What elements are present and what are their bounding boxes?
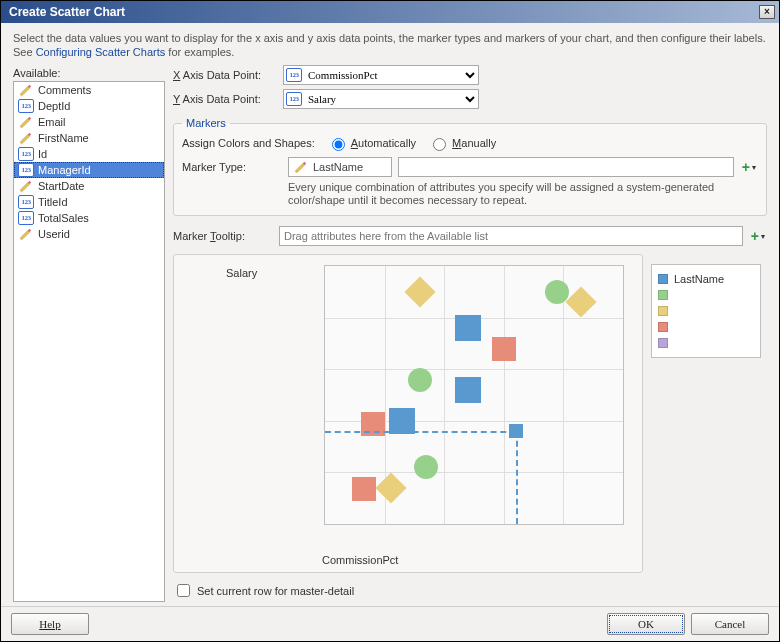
marker-tooltip-add-button[interactable]: + ▾ bbox=[749, 226, 767, 246]
assign-row: Assign Colors and Shapes: Automatically … bbox=[182, 135, 758, 151]
intro-text: Select the data values you want to displ… bbox=[13, 31, 767, 59]
chart-preview: Salary CommissionPct bbox=[173, 254, 643, 573]
legend-swatch bbox=[658, 322, 668, 332]
legend-panel: LastName bbox=[651, 264, 761, 358]
available-item[interactable]: Userid bbox=[14, 226, 164, 242]
marker-type-add-button[interactable]: + ▾ bbox=[740, 157, 758, 177]
available-item[interactable]: Email bbox=[14, 114, 164, 130]
numeric-icon: 123 bbox=[18, 147, 34, 161]
legend-swatch bbox=[658, 306, 668, 316]
numeric-icon: 123 bbox=[286, 92, 302, 106]
text-attribute-icon bbox=[18, 179, 34, 193]
assign-manual-radio[interactable] bbox=[433, 138, 446, 151]
marker-tooltip-row: Marker Tooltip: Drag attributes here fro… bbox=[173, 226, 767, 246]
y-axis-label: Y Axis Data Point: bbox=[173, 93, 277, 105]
available-item-label: Comments bbox=[38, 84, 91, 96]
text-attribute-icon bbox=[18, 131, 34, 145]
crosshair-h bbox=[325, 431, 516, 433]
chart-marker[interactable] bbox=[405, 276, 436, 307]
available-item[interactable]: StartDate bbox=[14, 178, 164, 194]
available-item-label: DeptId bbox=[38, 100, 70, 112]
assign-label: Assign Colors and Shapes: bbox=[182, 137, 315, 149]
available-item[interactable]: FirstName bbox=[14, 130, 164, 146]
marker-type-label: Marker Type: bbox=[182, 161, 282, 173]
y-axis-title: Salary bbox=[226, 267, 257, 279]
available-item-label: TitleId bbox=[38, 196, 68, 208]
x-axis-title: CommissionPct bbox=[322, 554, 398, 566]
numeric-icon: 123 bbox=[286, 68, 302, 82]
available-label: Available: bbox=[13, 67, 165, 79]
x-axis-row: X Axis Data Point: 123 CommissionPct bbox=[173, 65, 767, 85]
dialog-title: Create Scatter Chart bbox=[9, 5, 125, 19]
dialog-body: Select the data values you want to displ… bbox=[1, 23, 779, 606]
assign-auto-radio[interactable] bbox=[332, 138, 345, 151]
available-item-label: TotalSales bbox=[38, 212, 89, 224]
text-attribute-icon bbox=[18, 115, 34, 129]
numeric-icon: 123 bbox=[18, 163, 34, 177]
y-axis-select[interactable]: Salary bbox=[283, 89, 479, 109]
crosshair-v bbox=[516, 431, 518, 524]
plot-area bbox=[324, 265, 624, 525]
marker-type-field[interactable]: LastName bbox=[288, 157, 392, 177]
master-detail-checkbox[interactable] bbox=[177, 584, 190, 597]
available-item[interactable]: 123DeptId bbox=[14, 98, 164, 114]
x-axis-select-wrap: 123 CommissionPct bbox=[283, 65, 479, 85]
legend-title: LastName bbox=[674, 273, 724, 285]
ok-button[interactable]: OK bbox=[607, 613, 685, 635]
chart-marker[interactable] bbox=[492, 337, 516, 361]
available-item[interactable]: Comments bbox=[14, 82, 164, 98]
y-axis-row: Y Axis Data Point: 123 Salary bbox=[173, 89, 767, 109]
marker-tooltip-field[interactable]: Drag attributes here from the Available … bbox=[279, 226, 743, 246]
numeric-icon: 123 bbox=[18, 211, 34, 225]
assign-auto[interactable]: Automatically bbox=[327, 135, 416, 151]
text-attribute-icon bbox=[18, 83, 34, 97]
chevron-down-icon: ▾ bbox=[761, 232, 765, 241]
chart-marker[interactable] bbox=[389, 408, 415, 434]
available-item-label: ManagerId bbox=[38, 164, 91, 176]
available-item[interactable]: 123Id bbox=[14, 146, 164, 162]
markers-legend: Markers bbox=[182, 117, 230, 129]
available-item-label: Id bbox=[38, 148, 47, 160]
main-row: Available: Comments123DeptIdEmailFirstNa… bbox=[13, 65, 767, 602]
dialog-footer: Help OK Cancel bbox=[1, 606, 779, 641]
numeric-icon: 123 bbox=[18, 195, 34, 209]
marker-tooltip-label: Marker Tooltip: bbox=[173, 230, 273, 242]
chart-marker[interactable] bbox=[566, 287, 597, 318]
plus-icon: + bbox=[751, 228, 759, 244]
text-attribute-icon bbox=[293, 160, 309, 174]
assign-manual[interactable]: Manually bbox=[428, 135, 496, 151]
chevron-down-icon: ▾ bbox=[752, 163, 756, 172]
chart-marker[interactable] bbox=[408, 368, 432, 392]
chart-marker[interactable] bbox=[352, 477, 376, 501]
marker-type-drop[interactable] bbox=[398, 157, 734, 177]
master-detail-label: Set current row for master-detail bbox=[197, 585, 354, 597]
available-item[interactable]: 123TotalSales bbox=[14, 210, 164, 226]
legend-swatch bbox=[658, 290, 668, 300]
chart-marker[interactable] bbox=[375, 472, 406, 503]
close-icon[interactable]: × bbox=[759, 5, 775, 19]
available-list[interactable]: Comments123DeptIdEmailFirstName123Id123M… bbox=[13, 81, 165, 602]
legend-swatch bbox=[658, 274, 668, 284]
marker-type-value: LastName bbox=[313, 161, 363, 173]
available-item-label: FirstName bbox=[38, 132, 89, 144]
available-item-label: Userid bbox=[38, 228, 70, 240]
available-panel: Available: Comments123DeptIdEmailFirstNa… bbox=[13, 65, 165, 602]
config-panel: X Axis Data Point: 123 CommissionPct Y A… bbox=[173, 65, 767, 602]
markers-fieldset: Markers Assign Colors and Shapes: Automa… bbox=[173, 117, 767, 216]
chart-marker[interactable] bbox=[414, 455, 438, 479]
help-button[interactable]: Help bbox=[11, 613, 89, 635]
cancel-button[interactable]: Cancel bbox=[691, 613, 769, 635]
marker-type-hint: Every unique combination of attributes y… bbox=[288, 181, 728, 207]
titlebar: Create Scatter Chart × bbox=[1, 1, 779, 23]
legend-swatch bbox=[658, 338, 668, 348]
master-detail-row: Set current row for master-detail bbox=[173, 581, 767, 600]
chart-marker[interactable] bbox=[455, 315, 481, 341]
x-axis-select[interactable]: CommissionPct bbox=[283, 65, 479, 85]
marker-type-row: Marker Type: LastName + ▾ bbox=[182, 157, 758, 177]
available-item[interactable]: 123TitleId bbox=[14, 194, 164, 210]
chart-marker[interactable] bbox=[455, 377, 481, 403]
available-item-label: StartDate bbox=[38, 180, 84, 192]
configuring-scatter-charts-link[interactable]: Configuring Scatter Charts bbox=[36, 46, 166, 58]
available-item[interactable]: 123ManagerId bbox=[14, 162, 164, 178]
y-axis-select-wrap: 123 Salary bbox=[283, 89, 479, 109]
